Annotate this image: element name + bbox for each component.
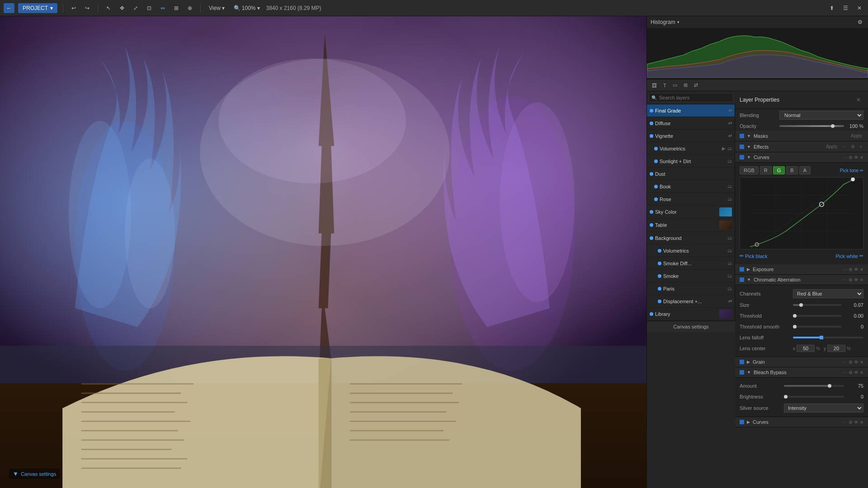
mask-tool[interactable]: ⊞: [171, 3, 181, 13]
project-button[interactable]: PROJECT ▾: [18, 3, 57, 13]
effects-section-header[interactable]: Effects Apply ⋯ ⚙ +: [735, 141, 868, 152]
exposure-visibility-btn[interactable]: 👁: [854, 267, 859, 272]
layer-item-smoke-diff[interactable]: Smoke Diff... 🗂: [647, 257, 735, 270]
grain-menu-btn[interactable]: ⋯: [843, 360, 847, 365]
layer-props-close[interactable]: ✕: [854, 95, 863, 105]
layer-item-smoke[interactable]: Smoke 🗂: [647, 270, 735, 282]
bleach-settings-btn[interactable]: ⚙: [849, 370, 853, 375]
transform-tool[interactable]: ⤢: [131, 3, 141, 13]
curves-settings-btn[interactable]: ⚙: [849, 155, 853, 160]
crop-tool[interactable]: ⊡: [144, 3, 154, 13]
pick-white-btn[interactable]: Pick white ✏: [835, 253, 863, 259]
layer-item-sunlight[interactable]: Sunlight + Dirt 🗂: [647, 155, 735, 168]
layer-item-displacement[interactable]: Displacement +... ⇄: [647, 295, 735, 308]
settings-button[interactable]: ✕: [854, 3, 864, 13]
back-button[interactable]: ←: [4, 3, 14, 13]
curve-tab-r[interactable]: R: [760, 166, 772, 174]
layer-tool-adjust[interactable]: ⊞: [681, 81, 690, 89]
curves-bottom-delete-btn[interactable]: ✕: [860, 420, 863, 425]
curves-bottom-settings-btn[interactable]: ⚙: [849, 420, 853, 425]
exposure-delete-btn[interactable]: ✕: [860, 267, 863, 272]
curve-tab-a[interactable]: A: [799, 166, 811, 174]
histogram-settings-btn[interactable]: ⚙: [856, 18, 864, 26]
ca-threshold-slider[interactable]: [793, 315, 842, 317]
lens-x-input[interactable]: [797, 345, 815, 352]
curves-delete-btn[interactable]: ✕: [860, 155, 863, 160]
mirror-tool[interactable]: ⇔: [158, 3, 168, 13]
layer-item-sky-color[interactable]: Sky Color: [647, 206, 735, 219]
layer-item-volumetrics2[interactable]: Volumetrics 🗂: [647, 244, 735, 257]
effects-menu-btn[interactable]: ⋯: [840, 144, 848, 150]
grain-settings-btn[interactable]: ⚙: [849, 360, 853, 365]
ca-menu-btn[interactable]: ⋯: [843, 277, 847, 282]
curve-tab-g[interactable]: G: [773, 166, 785, 174]
bleach-delete-btn[interactable]: ✕: [860, 370, 863, 375]
layer-tool-text[interactable]: T: [661, 81, 669, 89]
undo-button[interactable]: ↩: [69, 3, 79, 13]
opacity-slider[interactable]: [779, 125, 844, 127]
layer-item-final-grade[interactable]: Final Grade ⇄: [647, 104, 735, 117]
curves-visibility-btn[interactable]: 👁: [854, 155, 859, 160]
select-tool[interactable]: ↖: [104, 3, 113, 13]
bleach-silver-select[interactable]: Intensity: [784, 404, 863, 413]
lens-y-input[interactable]: [827, 345, 845, 352]
pin-tool[interactable]: ⊕: [185, 3, 195, 13]
bleach-amount-slider[interactable]: [784, 385, 844, 387]
ca-threshold-smooth-slider[interactable]: [793, 326, 842, 328]
ca-lens-falloff-slider[interactable]: [793, 337, 863, 338]
layer-item-rose[interactable]: Rose 🗂: [647, 193, 735, 206]
curves-effect-header[interactable]: Curves ⋯ ⚙ 👁 ✕: [735, 152, 868, 163]
pick-tone-btn[interactable]: Pick tone: [840, 168, 859, 173]
layer-item-vignette[interactable]: Vignette ⇄: [647, 130, 735, 142]
canvas-area[interactable]: ▼ Canvas settings: [0, 16, 646, 488]
curves-chart[interactable]: [740, 177, 863, 249]
layer-tool-shape[interactable]: ▭: [670, 81, 679, 89]
masks-section-header[interactable]: Masks Apply: [735, 131, 868, 141]
ca-settings-btn[interactable]: ⚙: [849, 277, 853, 282]
curves-bottom-visibility-btn[interactable]: 👁: [854, 420, 859, 425]
layer-tool-img[interactable]: 🖼: [650, 81, 659, 89]
pick-black-btn[interactable]: ✏ Pick black: [740, 253, 768, 259]
effects-plus-btn[interactable]: +: [858, 144, 863, 150]
exposure-header[interactable]: Exposure ⋯ ⚙ 👁 ✕: [735, 264, 868, 275]
grain-visibility-btn[interactable]: 👁: [854, 360, 859, 365]
ca-visibility-btn[interactable]: 👁: [854, 277, 859, 282]
masks-apply-btn[interactable]: Apply: [849, 133, 863, 139]
share-button[interactable]: ⬆: [827, 3, 837, 13]
curves-bottom-menu-btn[interactable]: ⋯: [843, 420, 847, 425]
move-tool[interactable]: ✥: [117, 3, 127, 13]
effects-apply-btn[interactable]: Apply: [825, 144, 839, 150]
grain-header[interactable]: Grain ⋯ ⚙ 👁 ✕: [735, 357, 868, 367]
ca-size-slider[interactable]: [793, 304, 842, 306]
layer-tool-move[interactable]: ⇄: [692, 81, 700, 89]
search-input[interactable]: [649, 93, 733, 102]
effects-settings-btn[interactable]: ⚙: [849, 144, 856, 150]
bleach-menu-btn[interactable]: ⋯: [843, 370, 847, 375]
bleach-brightness-slider[interactable]: [784, 396, 844, 398]
layer-item-background[interactable]: Background 🗂: [647, 232, 735, 244]
curve-tab-b[interactable]: B: [786, 166, 797, 174]
layer-item-dust[interactable]: Dust: [647, 168, 735, 180]
exposure-menu-btn[interactable]: ⋯: [843, 267, 847, 272]
bleach-visibility-btn[interactable]: 👁: [854, 370, 859, 375]
layer-item-diffuse[interactable]: Diffuse ⇄: [647, 117, 735, 130]
blending-select[interactable]: Normal: [779, 111, 863, 120]
curve-tab-rgb[interactable]: RGB: [740, 166, 759, 174]
view-button[interactable]: View ▾: [206, 3, 227, 13]
ca-delete-btn[interactable]: ✕: [860, 277, 863, 282]
curves-menu-btn[interactable]: ⋯: [843, 155, 847, 160]
panels-button[interactable]: ☰: [840, 3, 851, 13]
zoom-button[interactable]: 🔍 100% ▾: [231, 3, 263, 13]
canvas-settings-button[interactable]: Canvas settings: [647, 321, 735, 332]
grain-delete-btn[interactable]: ✕: [860, 360, 863, 365]
curves-bottom-header[interactable]: Curves ⋯ ⚙ 👁 ✕: [735, 417, 868, 427]
ca-header[interactable]: Chromatic Aberration ⋯ ⚙ 👁 ✕: [735, 275, 868, 285]
bleach-header[interactable]: Bleach Bypass ⋯ ⚙ 👁 ✕: [735, 367, 868, 378]
layer-item-library[interactable]: Library: [647, 308, 735, 321]
layer-item-table[interactable]: Table: [647, 219, 735, 232]
ca-channels-select[interactable]: Red & Blue: [793, 289, 863, 298]
exposure-settings-btn[interactable]: ⚙: [849, 267, 853, 272]
redo-button[interactable]: ↪: [82, 3, 92, 13]
layer-item-volumetrics[interactable]: Volumetrics ▶ 🗂: [647, 142, 735, 155]
layer-item-book[interactable]: Book 🗂: [647, 180, 735, 193]
